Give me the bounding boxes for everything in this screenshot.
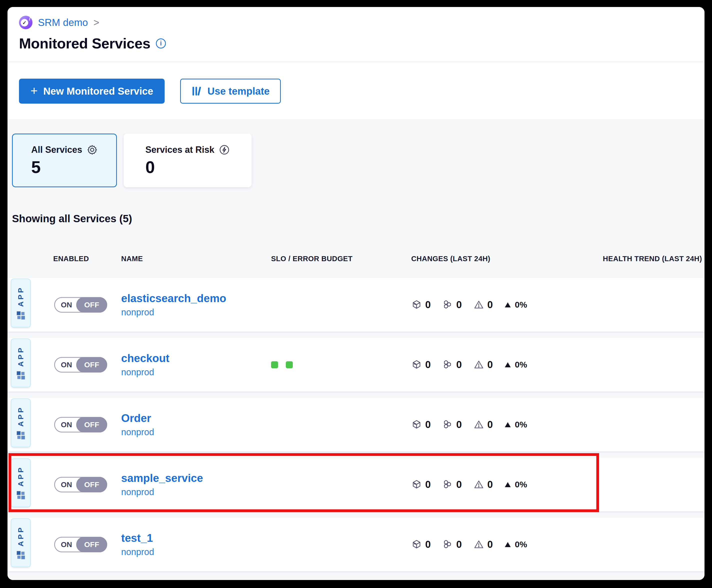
all-services-count: 5: [31, 157, 98, 177]
app-grid-icon: [16, 311, 25, 320]
new-monitored-service-label: New Monitored Service: [43, 86, 153, 97]
enabled-toggle[interactable]: ON OFF: [54, 417, 107, 433]
resources-count: 0: [456, 419, 462, 430]
deployments-count: 0: [425, 539, 431, 550]
warning-triangle-icon: [473, 359, 484, 370]
warning-triangle-icon: [473, 479, 484, 490]
service-row-card[interactable]: APP ON OFF checkout nonprod: [7, 338, 705, 392]
trend-up-triangle-icon: [504, 362, 511, 368]
toggle-on-label: ON: [55, 360, 78, 369]
service-row-card[interactable]: APP ON OFF test_1 nonprod: [7, 518, 705, 571]
service-row-card[interactable]: APP ON OFF Order nonprod: [7, 398, 705, 451]
title-row: Monitored Services i: [19, 35, 693, 52]
service-row: APP ON OFF test_1 nonprod: [7, 518, 705, 571]
service-name-link[interactable]: test_1: [121, 532, 271, 544]
services-at-risk-card[interactable]: Services at Risk 0: [124, 133, 251, 187]
health-delta-value: 0%: [515, 480, 527, 489]
service-row: APP ON OFF sample_service nonprod: [7, 458, 705, 511]
deployment-package-icon: [411, 539, 422, 550]
service-row-card[interactable]: APP ON OFF elasticsearch_demo nonprod: [7, 278, 705, 332]
toggle-on-label: ON: [55, 480, 78, 489]
resource-hexagons-icon: [442, 539, 453, 550]
page-title: Monitored Services: [19, 35, 150, 52]
health-delta-value: 0%: [515, 300, 527, 310]
trend-up-triangle-icon: [504, 542, 511, 548]
enabled-toggle[interactable]: ON OFF: [54, 297, 107, 313]
service-env-label: nonprod: [121, 547, 271, 557]
changes-cell: 0 0 0: [411, 419, 585, 430]
all-services-label: All Services: [31, 145, 82, 155]
slo-status-block: [271, 361, 278, 368]
resources-count: 0: [456, 479, 462, 490]
service-type-badge: APP: [11, 398, 31, 447]
trend-up-triangle-icon: [504, 422, 511, 428]
toggle-off-thumb: OFF: [76, 477, 107, 492]
app-badge-label: APP: [17, 286, 25, 307]
gear-icon: [87, 144, 98, 155]
enabled-toggle[interactable]: ON OFF: [54, 477, 107, 492]
chevron-right-icon: >: [94, 17, 99, 28]
service-row-card[interactable]: APP ON OFF sample_service nonprod: [7, 458, 705, 511]
col-changes: CHANGES (LAST 24H): [411, 255, 585, 263]
trend-up-triangle-icon: [504, 302, 511, 308]
changes-cell: 0 0 0: [411, 479, 585, 490]
col-health-trend: HEALTH TREND (LAST 24H): [585, 255, 705, 263]
deployment-package-icon: [411, 479, 422, 490]
service-rows: APP ON OFF elasticsearch_demo nonprod: [7, 278, 705, 571]
enabled-toggle[interactable]: ON OFF: [54, 357, 107, 373]
resources-count: 0: [456, 299, 462, 310]
health-delta-value: 0%: [515, 360, 527, 370]
app-window: ✓ SRM demo > Monitored Services i + New …: [7, 7, 705, 580]
resource-hexagons-icon: [442, 419, 453, 430]
breadcrumb: ✓ SRM demo >: [19, 16, 693, 29]
service-env-label: nonprod: [121, 367, 271, 378]
app-grid-icon: [16, 490, 25, 500]
page-header: ✓ SRM demo > Monitored Services i: [7, 7, 705, 62]
toolbar: + New Monitored Service Use template: [7, 62, 705, 119]
summary-cards: All Services 5 Services at Risk: [7, 119, 705, 187]
service-name-link[interactable]: Order: [121, 412, 271, 424]
resource-hexagons-icon: [442, 359, 453, 370]
alerts-count: 0: [487, 299, 493, 310]
use-template-button[interactable]: Use template: [180, 79, 281, 104]
toggle-off-thumb: OFF: [76, 417, 107, 433]
resource-hexagons-icon: [442, 479, 453, 490]
deployments-count: 0: [425, 359, 431, 370]
deployment-package-icon: [411, 419, 422, 430]
deployments-count: 0: [425, 419, 431, 430]
new-monitored-service-button[interactable]: + New Monitored Service: [19, 79, 165, 104]
warning-triangle-icon: [473, 299, 484, 310]
app-badge-label: APP: [17, 406, 25, 427]
service-name-link[interactable]: elasticsearch_demo: [121, 292, 271, 304]
service-row: APP ON OFF elasticsearch_demo nonprod: [7, 278, 705, 332]
list-heading: Showing all Services (5): [12, 213, 705, 225]
service-name-link[interactable]: checkout: [121, 352, 271, 364]
service-name-link[interactable]: sample_service: [121, 472, 271, 484]
trend-up-triangle-icon: [504, 482, 511, 488]
services-body: All Services 5 Services at Risk: [7, 119, 705, 580]
lightning-icon: [219, 144, 230, 155]
alerts-count: 0: [487, 539, 493, 550]
service-type-badge: APP: [11, 339, 31, 387]
service-type-badge: APP: [11, 458, 31, 507]
srm-logo-icon: ✓: [19, 16, 33, 29]
services-at-risk-count: 0: [145, 157, 230, 177]
deployment-package-icon: [411, 299, 422, 310]
enabled-toggle[interactable]: ON OFF: [54, 537, 107, 552]
alerts-count: 0: [487, 359, 493, 370]
breadcrumb-app-link[interactable]: SRM demo: [38, 17, 88, 28]
app-badge-label: APP: [17, 346, 25, 367]
info-icon[interactable]: i: [156, 39, 166, 48]
slo-error-budget-cell: [271, 361, 411, 368]
col-enabled: ENABLED: [53, 255, 121, 263]
toggle-on-label: ON: [55, 540, 78, 549]
warning-triangle-icon: [473, 539, 484, 550]
resource-hexagons-icon: [442, 299, 453, 310]
service-env-label: nonprod: [121, 307, 271, 318]
use-template-label: Use template: [207, 86, 269, 97]
app-badge-label: APP: [17, 466, 25, 487]
col-name: NAME: [121, 255, 271, 263]
all-services-card[interactable]: All Services 5: [12, 133, 117, 187]
service-row: APP ON OFF checkout nonprod: [7, 338, 705, 392]
service-env-label: nonprod: [121, 427, 271, 437]
